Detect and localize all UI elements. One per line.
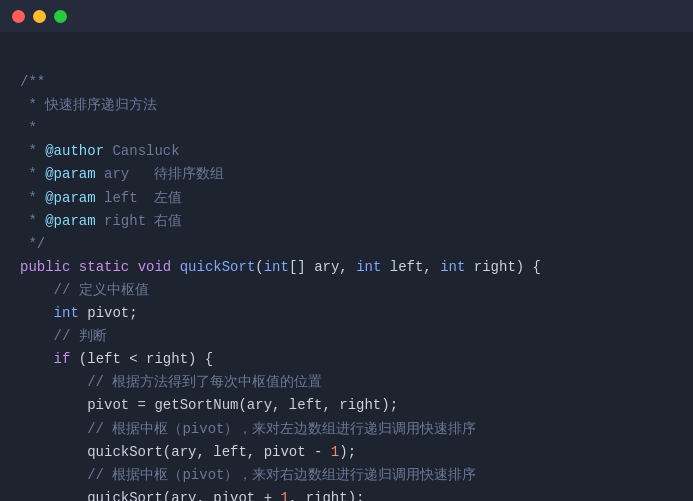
- line-comment-2: * 快速排序递归方法: [20, 94, 673, 117]
- line-comment-1: /**: [20, 71, 673, 94]
- line-comment-left: // 根据中枢（pivot），来对左边数组进行递归调用快速排序: [20, 418, 673, 441]
- dot-red: [12, 10, 25, 23]
- line-method-sig: public static void quickSort(int[] ary, …: [20, 256, 673, 279]
- dot-green: [54, 10, 67, 23]
- line-comment-4: * @author Cansluck: [20, 140, 673, 163]
- line-blank: [20, 48, 673, 71]
- code-area: /** * 快速排序递归方法 * * @author Cansluck * @p…: [0, 32, 693, 501]
- line-comment-judge: // 判断: [20, 325, 673, 348]
- line-comment-right: // 根据中枢（pivot），来对右边数组进行递归调用快速排序: [20, 464, 673, 487]
- line-pivot-assign: pivot = getSortNum(ary, left, right);: [20, 394, 673, 417]
- line-comment-5: * @param ary 待排序数组: [20, 163, 673, 186]
- line-if: if (left < right) {: [20, 348, 673, 371]
- dot-yellow: [33, 10, 46, 23]
- line-int-pivot: int pivot;: [20, 302, 673, 325]
- line-comment-def: // 定义中枢值: [20, 279, 673, 302]
- titlebar: [0, 0, 693, 32]
- line-comment-getnum: // 根据方法得到了每次中枢值的位置: [20, 371, 673, 394]
- line-comment-3: *: [20, 117, 673, 140]
- line-quicksort-right: quickSort(ary, pivot + 1, right);: [20, 487, 673, 501]
- line-comment-7: * @param right 右值: [20, 210, 673, 233]
- line-comment-6: * @param left 左值: [20, 187, 673, 210]
- line-quicksort-left: quickSort(ary, left, pivot - 1);: [20, 441, 673, 464]
- line-comment-8: */: [20, 233, 673, 256]
